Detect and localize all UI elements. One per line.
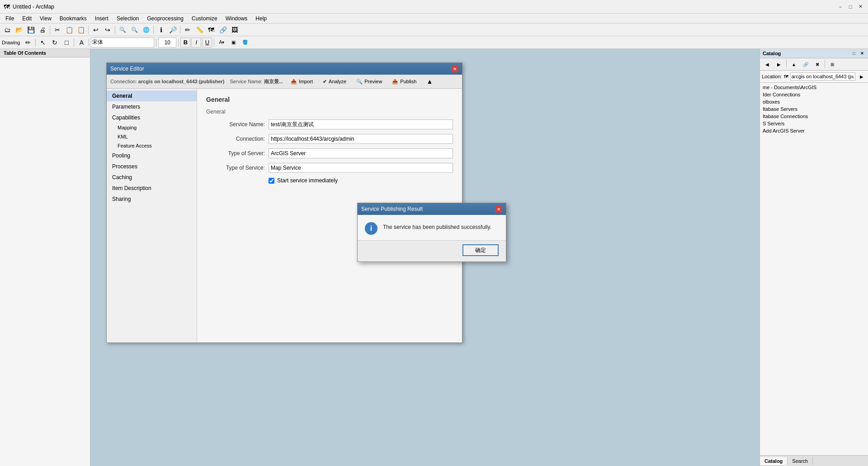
copy-button[interactable]: 📋 bbox=[64, 25, 75, 35]
zoom-in-button[interactable]: 🔍 bbox=[117, 25, 128, 35]
map-button[interactable]: 🗺 bbox=[206, 25, 217, 35]
menu-help[interactable]: Help bbox=[252, 14, 270, 23]
catalog-item-folder-connections[interactable]: Ider Connections bbox=[761, 91, 867, 98]
link-button[interactable]: 🔗 bbox=[217, 25, 228, 35]
catalog-close-button[interactable]: ✕ bbox=[859, 50, 865, 57]
menu-insert[interactable]: Insert bbox=[91, 14, 112, 23]
select-arrow-icon[interactable]: ↖ bbox=[38, 38, 48, 48]
zoom-full-button[interactable]: 🌐 bbox=[141, 25, 151, 35]
start-service-checkbox[interactable] bbox=[269, 178, 274, 184]
sidebar-item-item-description[interactable]: Item Description bbox=[107, 183, 197, 194]
menu-geoprocessing[interactable]: Geoprocessing bbox=[143, 14, 187, 23]
catalog-item-toolboxes[interactable]: olboxes bbox=[761, 98, 867, 105]
publishing-ok-button[interactable]: 确定 bbox=[462, 244, 499, 256]
sep13 bbox=[825, 59, 825, 67]
connection-field[interactable] bbox=[269, 134, 453, 144]
font-size-input[interactable] bbox=[158, 38, 176, 48]
service-name-field[interactable] bbox=[269, 119, 453, 129]
fill-icon[interactable]: 🪣 bbox=[240, 38, 250, 48]
form-row-type-of-server: Type of Server: bbox=[206, 148, 453, 158]
import-button[interactable]: 📥 Import bbox=[288, 77, 315, 86]
underline-button[interactable]: U bbox=[202, 38, 212, 48]
preview-button[interactable]: 🔍 Preview bbox=[354, 77, 384, 86]
sep10 bbox=[178, 38, 179, 47]
new-map-button[interactable]: 🗂 bbox=[2, 25, 13, 35]
sidebar-item-capabilities[interactable]: Capabilities bbox=[107, 112, 197, 123]
import-icon: 📥 bbox=[291, 79, 297, 85]
menu-windows[interactable]: Windows bbox=[222, 14, 251, 23]
rotate-icon[interactable]: ↻ bbox=[49, 38, 60, 48]
undo-button[interactable]: ↩ bbox=[90, 25, 101, 35]
sidebar-child-kml[interactable]: KML bbox=[107, 132, 197, 141]
type-of-service-field[interactable] bbox=[269, 163, 453, 173]
close-button[interactable]: ✕ bbox=[856, 3, 864, 11]
print-button[interactable]: 🖨 bbox=[37, 25, 48, 35]
publishing-result-dialog: Service Publishing Result ✕ i The servic… bbox=[357, 203, 506, 262]
catalog-back-button[interactable]: ◀ bbox=[762, 59, 773, 69]
drawing-pencil-icon[interactable]: ✏ bbox=[23, 38, 33, 48]
maximize-button[interactable]: □ bbox=[846, 3, 854, 11]
save-button[interactable]: 💾 bbox=[25, 25, 36, 35]
cut-button[interactable]: ✂ bbox=[52, 25, 63, 35]
menu-file[interactable]: File bbox=[2, 14, 18, 23]
service-name-label: Service Name: 南京景... bbox=[230, 78, 283, 85]
measure-button[interactable]: 📏 bbox=[194, 25, 205, 35]
sep3 bbox=[115, 26, 115, 34]
tab-search[interactable]: Search bbox=[788, 457, 813, 465]
menu-bookmarks[interactable]: Bookmarks bbox=[56, 14, 90, 23]
catalog-view-button[interactable]: ⊞ bbox=[827, 59, 838, 69]
preview-icon: 🔍 bbox=[356, 79, 363, 85]
menubar: File Edit View Bookmarks Insert Selectio… bbox=[0, 14, 868, 24]
catalog-location-icon: 🗺 bbox=[784, 74, 788, 79]
analyze-button[interactable]: ✔ Analyze bbox=[321, 77, 349, 86]
catalog-expand-button[interactable]: □ bbox=[851, 50, 857, 57]
zoom-out-button[interactable]: 🔍 bbox=[129, 25, 140, 35]
paste-button[interactable]: 📋 bbox=[75, 25, 86, 35]
sidebar-item-general[interactable]: General bbox=[107, 90, 197, 101]
bold-button[interactable]: B bbox=[180, 38, 190, 48]
catalog-connect-button[interactable]: 🔗 bbox=[800, 59, 811, 69]
catalog-item-database-connections[interactable]: Itabase Connections bbox=[761, 113, 867, 120]
sidebar-item-sharing[interactable]: Sharing bbox=[107, 194, 197, 204]
type-of-server-field[interactable] bbox=[269, 148, 453, 158]
sidebar-child-feature-access[interactable]: Feature Access bbox=[107, 141, 197, 150]
catalog-disconnect-button[interactable]: ✖ bbox=[812, 59, 823, 69]
identify-button[interactable]: ℹ bbox=[156, 25, 166, 35]
catalog-item-documents[interactable]: me - Documents\ArcGIS bbox=[761, 84, 867, 91]
publish-icon: 📤 bbox=[392, 79, 398, 85]
sidebar-item-processes[interactable]: Processes bbox=[107, 161, 197, 172]
catalog-location-input[interactable] bbox=[790, 72, 855, 81]
rect-icon[interactable]: □ bbox=[61, 38, 72, 48]
tab-catalog[interactable]: Catalog bbox=[760, 457, 788, 465]
catalog-up-button[interactable]: ▲ bbox=[788, 59, 799, 69]
publish-button[interactable]: 📤 Publish bbox=[390, 77, 419, 86]
catalog-item-database-servers[interactable]: Itabase Servers bbox=[761, 105, 867, 113]
highlight-icon[interactable]: ▣ bbox=[228, 38, 239, 48]
publishing-dialog-close-button[interactable]: ✕ bbox=[495, 205, 502, 213]
font-select[interactable] bbox=[91, 38, 154, 48]
catalog-item-gis-servers[interactable]: S Servers bbox=[761, 120, 867, 127]
open-button[interactable]: 📂 bbox=[14, 25, 24, 35]
menu-view[interactable]: View bbox=[36, 14, 55, 23]
map-area[interactable]: Service Editor ✕ Connection: arcgis on l… bbox=[90, 49, 760, 466]
editor-button[interactable]: ✏ bbox=[182, 25, 193, 35]
menu-edit[interactable]: Edit bbox=[19, 14, 35, 23]
font-color-icon[interactable]: A▾ bbox=[216, 38, 227, 48]
find-button[interactable]: 🔎 bbox=[167, 25, 178, 35]
catalog-item-add-arcgis-server[interactable]: Add ArcGIS Server bbox=[761, 127, 867, 134]
sidebar-item-pooling[interactable]: Pooling bbox=[107, 150, 197, 161]
service-editor-close-button[interactable]: ✕ bbox=[451, 65, 458, 72]
text-icon[interactable]: A bbox=[76, 38, 87, 48]
menu-customize[interactable]: Customize bbox=[188, 14, 221, 23]
sidebar-child-mapping[interactable]: Mapping bbox=[107, 123, 197, 132]
sidebar-item-caching[interactable]: Caching bbox=[107, 172, 197, 183]
minimize-button[interactable]: − bbox=[836, 3, 844, 11]
sidebar-item-parameters[interactable]: Parameters bbox=[107, 101, 197, 112]
italic-button[interactable]: I bbox=[191, 38, 201, 48]
catalog-go-button[interactable]: ▶ bbox=[857, 71, 866, 81]
image-button[interactable]: 🖼 bbox=[229, 25, 240, 35]
redo-button[interactable]: ↪ bbox=[102, 25, 113, 35]
se-scroll-btn[interactable]: ▲ bbox=[424, 76, 435, 86]
catalog-forward-button[interactable]: ▶ bbox=[774, 59, 784, 69]
menu-selection[interactable]: Selection bbox=[113, 14, 142, 23]
